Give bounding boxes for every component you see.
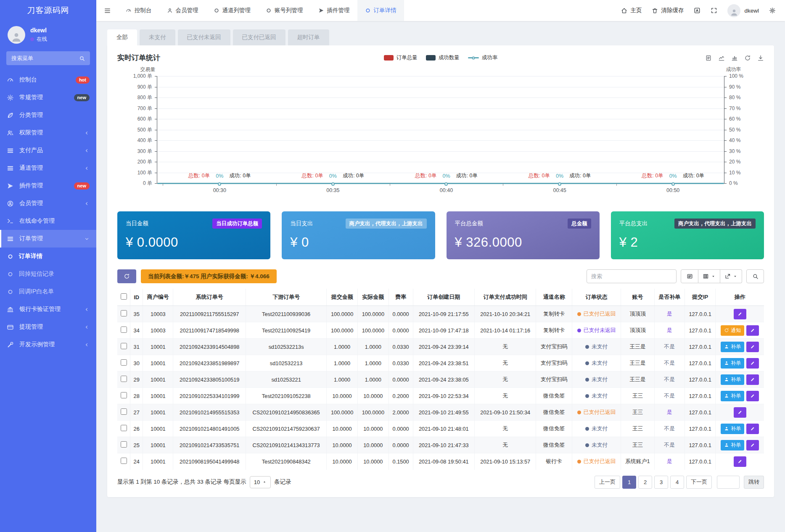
page-button-1[interactable]: 1 — [622, 476, 636, 489]
bar-chart-icon[interactable] — [731, 55, 738, 61]
column-header[interactable]: 是否补单 — [654, 289, 685, 306]
user-avatar[interactable] — [8, 26, 25, 44]
row-checkbox[interactable] — [121, 408, 127, 415]
edit-order-button[interactable] — [734, 407, 746, 418]
sidebar-item-console[interactable]: 控制台hot — [0, 71, 96, 89]
page-size-select[interactable]: 10 — [250, 476, 271, 488]
edit-order-button[interactable] — [746, 391, 759, 401]
sidebar-item-sms-record[interactable]: 回掉短信记录 — [0, 265, 96, 283]
sidebar-item-member[interactable]: 会员管理 — [0, 195, 96, 212]
column-header[interactable]: 商户编号 — [143, 289, 173, 306]
filter-tab-0[interactable]: 全部 — [107, 29, 137, 45]
edit-order-button[interactable] — [746, 374, 759, 385]
column-header[interactable]: 费率 — [389, 289, 413, 306]
nav-tab-account-list[interactable]: 账号列管理 — [258, 0, 311, 21]
page-button-4[interactable]: 4 — [670, 476, 684, 489]
legend-item[interactable]: 成功数量 — [426, 54, 460, 61]
nav-tab-member[interactable]: 会员管理 — [159, 0, 206, 21]
sidebar-item-bankcard-verify[interactable]: 银行卡验证管理 — [0, 300, 96, 318]
jump-page-input[interactable] — [717, 476, 740, 489]
nav-tab-channel-list[interactable]: 通道列管理 — [206, 0, 259, 21]
row-checkbox[interactable] — [121, 392, 127, 398]
filter-tab-4[interactable]: 超时订单 — [288, 29, 329, 45]
edit-order-button[interactable] — [746, 440, 759, 450]
nav-tab-order-detail[interactable]: 订单详情 — [357, 0, 404, 21]
home-link[interactable]: 主页 — [621, 7, 642, 14]
column-header[interactable]: 订单创建日期 — [413, 289, 474, 306]
filter-tab-2[interactable]: 已支付未返回 — [178, 29, 230, 45]
refresh-table-button[interactable] — [117, 269, 136, 283]
filter-tab-1[interactable]: 未支付 — [140, 29, 175, 45]
sidebar-search-input[interactable] — [11, 55, 79, 61]
sidebar-item-online-command[interactable]: 在线命令管理 — [0, 212, 96, 230]
translate-icon[interactable] — [694, 7, 700, 14]
download-icon[interactable] — [757, 55, 764, 61]
search-icon[interactable] — [79, 55, 85, 61]
detail-view-button[interactable] — [681, 269, 698, 283]
prev-page-button[interactable]: 上一页 — [595, 476, 620, 489]
sidebar-item-pay-product[interactable]: 支付产品 — [0, 142, 96, 159]
line-chart-icon[interactable] — [718, 55, 725, 61]
row-checkbox[interactable] — [121, 376, 127, 382]
sidebar-search[interactable] — [6, 51, 90, 65]
row-checkbox[interactable] — [121, 425, 127, 431]
edit-order-button[interactable] — [734, 456, 746, 467]
notify-button[interactable]: 通知 — [721, 325, 744, 336]
sidebar-item-channel[interactable]: 通道管理 — [0, 159, 96, 177]
hamburger-menu-icon[interactable] — [96, 0, 118, 21]
sidebar-item-plugin[interactable]: 插件管理new — [0, 177, 96, 195]
legend-item[interactable]: 订单总量 — [384, 54, 418, 61]
replenish-order-button[interactable]: 补单 — [721, 374, 744, 385]
restore-icon[interactable] — [744, 55, 751, 61]
sidebar-item-order[interactable]: 订单管理 — [0, 230, 96, 248]
sidebar-item-withdraw[interactable]: 提现管理 — [0, 318, 96, 336]
nav-tab-plugin[interactable]: 插件管理 — [311, 0, 357, 21]
column-header[interactable]: 订单支付成功时间 — [475, 289, 536, 306]
nav-tab-console[interactable]: 控制台 — [118, 0, 159, 21]
next-page-button[interactable]: 下一页 — [686, 476, 712, 489]
columns-button[interactable] — [698, 269, 720, 283]
data-view-icon[interactable] — [705, 55, 712, 61]
row-checkbox[interactable] — [121, 327, 127, 333]
settings-gear-icon[interactable] — [769, 7, 776, 14]
column-header[interactable]: 提交IP — [685, 289, 716, 306]
filter-tab-3[interactable]: 已支付已返回 — [233, 29, 285, 45]
column-header[interactable]: 下游订单号 — [246, 289, 326, 306]
row-checkbox[interactable] — [121, 310, 127, 316]
sidebar-item-ip-whitelist[interactable]: 回调IP白名单 — [0, 283, 96, 300]
row-checkbox[interactable] — [121, 458, 127, 464]
edit-order-button[interactable] — [746, 325, 759, 336]
column-header[interactable]: 通道名称 — [536, 289, 572, 306]
page-button-3[interactable]: 3 — [654, 476, 668, 489]
navbar-user[interactable]: dkewl — [727, 4, 759, 17]
clear-cache-link[interactable]: 清除缓存 — [652, 7, 684, 14]
edit-order-button[interactable] — [746, 424, 759, 434]
replenish-order-button[interactable]: 补单 — [721, 358, 744, 369]
column-header[interactable]: 订单状态 — [572, 289, 621, 306]
replenish-order-button[interactable]: 补单 — [721, 424, 744, 434]
edit-order-button[interactable] — [746, 342, 759, 352]
fullscreen-icon[interactable] — [711, 7, 717, 14]
replenish-order-button[interactable]: 补单 — [721, 440, 744, 450]
sidebar-item-general[interactable]: 常规管理new — [0, 89, 96, 106]
search-button[interactable] — [746, 269, 764, 283]
edit-order-button[interactable] — [746, 358, 759, 369]
sidebar-item-category[interactable]: 分类管理 — [0, 106, 96, 124]
sidebar-item-dev-example[interactable]: 开发示例管理 — [0, 336, 96, 353]
replenish-order-button[interactable]: 补单 — [721, 342, 744, 352]
column-header[interactable]: 实际金额 — [357, 289, 389, 306]
row-checkbox[interactable] — [121, 359, 127, 366]
legend-item[interactable]: 成功率 — [468, 54, 498, 61]
app-logo[interactable]: 刀客源码网 — [0, 0, 96, 21]
column-header[interactable]: ID — [130, 289, 143, 306]
sidebar-item-permission[interactable]: 权限管理 — [0, 124, 96, 142]
export-button[interactable] — [720, 269, 742, 283]
sidebar-item-order-detail[interactable]: 订单详情 — [0, 248, 96, 265]
column-header[interactable]: 提交金额 — [327, 289, 358, 306]
select-all-checkbox[interactable] — [121, 293, 127, 300]
column-header[interactable]: 操作 — [716, 289, 764, 306]
row-checkbox[interactable] — [121, 441, 127, 448]
replenish-order-button[interactable]: 补单 — [721, 391, 744, 401]
page-button-2[interactable]: 2 — [638, 476, 652, 489]
jump-button[interactable]: 跳转 — [744, 476, 764, 489]
